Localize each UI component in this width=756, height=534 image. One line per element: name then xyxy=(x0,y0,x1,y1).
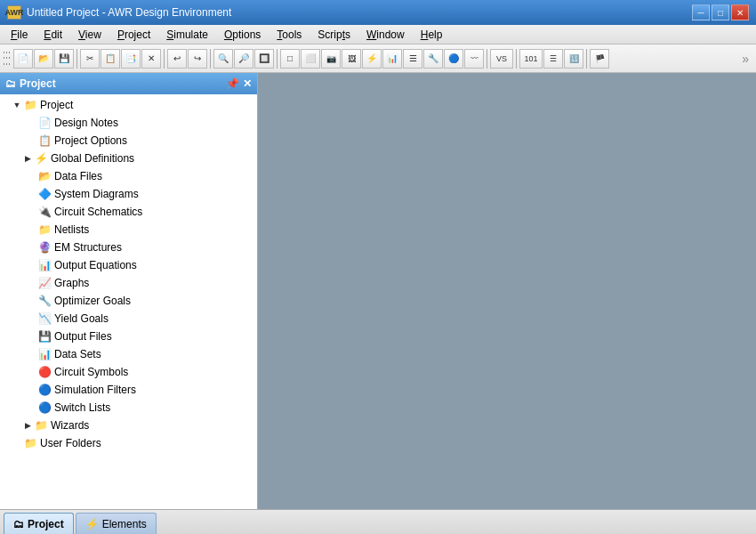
toolbar-new[interactable]: 📄 xyxy=(13,49,33,69)
toolbar-copy[interactable]: 📋 xyxy=(101,49,120,69)
title-bar: AWR Untitled Project - AWR Design Enviro… xyxy=(0,0,756,25)
panel-icon: 🗂 xyxy=(5,77,16,90)
toolbar-grip[interactable] xyxy=(4,48,11,69)
tree-icon-design-notes: 📄 xyxy=(37,116,52,130)
toolbar-undo[interactable]: ↩ xyxy=(167,49,187,69)
tree-item-system-diagrams[interactable]: 🔷System Diagrams xyxy=(0,185,257,203)
tree-item-project[interactable]: ▼📁Project xyxy=(0,96,257,114)
minimize-button[interactable]: ─ xyxy=(692,4,710,20)
tree-label-data-sets: Data Sets xyxy=(54,348,101,360)
menu-bar: File Edit View Project Simulate Options … xyxy=(0,25,756,44)
panel-header: 🗂 Project 📌 ✕ xyxy=(0,73,257,94)
toolbar-cut[interactable]: ✂ xyxy=(80,49,100,69)
tree-item-global-definitions[interactable]: ▶⚡Global Definitions xyxy=(0,150,257,167)
tree-icon-yield-goals: 📉 xyxy=(37,312,52,326)
close-button[interactable]: ✕ xyxy=(731,4,749,20)
panel-close-button[interactable]: ✕ xyxy=(243,77,252,90)
tree-toggle-project[interactable]: ▼ xyxy=(11,99,23,111)
tree-icon-output-equations: 📊 xyxy=(37,258,52,272)
menu-project[interactable]: Project xyxy=(110,27,157,43)
toolbar-menu2[interactable]: ☰ xyxy=(543,49,563,69)
menu-view[interactable]: View xyxy=(71,27,109,43)
toolbar-simulate[interactable]: ⚡ xyxy=(362,49,382,69)
tree-icon-wizards: 📁 xyxy=(34,418,48,433)
toolbar-tune[interactable]: 🔧 xyxy=(423,49,443,69)
toolbar-delete[interactable]: ✕ xyxy=(141,49,161,69)
toolbar-zoom-out[interactable]: 🔎 xyxy=(234,49,253,69)
window-controls: ─ □ ✕ xyxy=(692,4,749,20)
tree-item-circuit-symbols[interactable]: 🔴Circuit Symbols xyxy=(0,363,257,381)
toolbar-redo[interactable]: ↪ xyxy=(188,49,207,69)
tree-item-design-notes[interactable]: 📄Design Notes xyxy=(0,114,257,132)
toolbar-open[interactable]: 📂 xyxy=(34,49,53,69)
tree-item-netlists[interactable]: 📁Netlists xyxy=(0,221,257,239)
app-icon: AWR xyxy=(7,5,21,20)
tree-label-project: Project xyxy=(40,99,73,111)
toolbar-paste[interactable]: 📑 xyxy=(121,49,141,69)
toolbar-capture[interactable]: 📷 xyxy=(321,49,341,69)
tree-icon-data-files: 📂 xyxy=(37,169,52,183)
toolbar-analyze[interactable]: 📊 xyxy=(382,49,402,69)
tree-label-data-files: Data Files xyxy=(54,170,102,182)
tree-item-data-files[interactable]: 📂Data Files xyxy=(0,167,257,185)
toolbar-zoom-in[interactable]: 🔍 xyxy=(213,49,233,69)
tree-icon-graphs: 📈 xyxy=(37,276,52,290)
project-tab-label: Project xyxy=(28,518,64,530)
toolbar-rect[interactable]: □ xyxy=(280,49,300,69)
maximize-button[interactable]: □ xyxy=(712,4,729,20)
toolbar-list[interactable]: ☰ xyxy=(403,49,422,69)
menu-simulate[interactable]: Simulate xyxy=(159,27,215,43)
main-content: 🗂 Project 📌 ✕ ▼📁Project 📄Design Notes 📋P… xyxy=(0,73,756,509)
toolbar: 📄 📂 💾 ✂ 📋 📑 ✕ ↩ ↪ 🔍 🔎 🔲 □ ⬜ 📷 🖼 ⚡ 📊 ☰ 🔧 … xyxy=(0,44,756,73)
panel-pin-button[interactable]: 📌 xyxy=(226,77,239,90)
project-panel: 🗂 Project 📌 ✕ ▼📁Project 📄Design Notes 📋P… xyxy=(0,73,258,509)
toolbar-nums[interactable]: 🔢 xyxy=(564,49,583,69)
tree-toggle-project-options xyxy=(25,134,37,147)
toolbar-separator-5 xyxy=(487,49,487,69)
menu-file[interactable]: File xyxy=(4,27,35,43)
toolbar-separator-4 xyxy=(277,49,277,69)
tree-item-project-options[interactable]: 📋Project Options xyxy=(0,132,257,150)
workspace xyxy=(258,73,756,509)
tree-item-graphs[interactable]: 📈Graphs xyxy=(0,274,257,292)
tree-item-yield-goals[interactable]: 📉Yield Goals xyxy=(0,310,257,328)
toolbar-image[interactable]: 🖼 xyxy=(342,49,361,69)
tree-item-output-files[interactable]: 💾Output Files xyxy=(0,328,257,345)
window-title: Untitled Project - AWR Design Environmen… xyxy=(27,6,692,19)
tree-toggle-yield-goals xyxy=(25,312,37,325)
tree-item-circuit-schematics[interactable]: 🔌Circuit Schematics xyxy=(0,203,257,221)
tree-item-user-folders[interactable]: 📁User Folders xyxy=(0,434,257,452)
toolbar-vs[interactable]: VS xyxy=(490,49,513,69)
tree-label-output-files: Output Files xyxy=(54,330,112,343)
toolbar-select[interactable]: ⬜ xyxy=(301,49,320,69)
tree-icon-circuit-schematics: 🔌 xyxy=(37,205,52,219)
toolbar-zoom-fit[interactable]: 🔲 xyxy=(254,49,274,69)
elements-tab-icon: ⚡ xyxy=(85,518,99,530)
tab-project[interactable]: 🗂 Project xyxy=(4,513,74,534)
tree-label-simulation-filters: Simulation Filters xyxy=(54,384,136,396)
tree-item-switch-lists[interactable]: 🔵Switch Lists xyxy=(0,399,257,417)
menu-tools[interactable]: Tools xyxy=(269,27,309,43)
tree-toggle-global-definitions[interactable]: ▶ xyxy=(21,152,34,165)
tree-item-output-equations[interactable]: 📊Output Equations xyxy=(0,256,257,274)
toolbar-wave[interactable]: 〰 xyxy=(464,49,484,69)
toolbar-flag[interactable]: 🏴 xyxy=(590,49,609,69)
tree-toggle-wizards[interactable]: ▶ xyxy=(21,419,34,432)
menu-options[interactable]: Options xyxy=(217,27,268,43)
menu-scripts[interactable]: Scripts xyxy=(310,27,358,43)
tree-label-wizards: Wizards xyxy=(51,419,89,432)
menu-edit[interactable]: Edit xyxy=(36,27,69,43)
tree-item-em-structures[interactable]: 🔮EM Structures xyxy=(0,239,257,256)
tree-item-optimizer-goals[interactable]: 🔧Optimizer Goals xyxy=(0,292,257,310)
menu-window[interactable]: Window xyxy=(359,27,412,43)
toolbar-circle[interactable]: 🔵 xyxy=(444,49,463,69)
tree-item-wizards[interactable]: ▶📁Wizards xyxy=(0,417,257,434)
tree-toggle-system-diagrams xyxy=(25,188,37,200)
tab-elements[interactable]: ⚡ Elements xyxy=(76,513,157,534)
project-tree[interactable]: ▼📁Project 📄Design Notes 📋Project Options… xyxy=(0,94,257,509)
menu-help[interactable]: Help xyxy=(414,27,450,43)
tree-item-simulation-filters[interactable]: 🔵Simulation Filters xyxy=(0,381,257,399)
tree-item-data-sets[interactable]: 📊Data Sets xyxy=(0,345,257,363)
toolbar-save[interactable]: 💾 xyxy=(54,49,74,69)
toolbar-101[interactable]: 101 xyxy=(519,49,543,69)
